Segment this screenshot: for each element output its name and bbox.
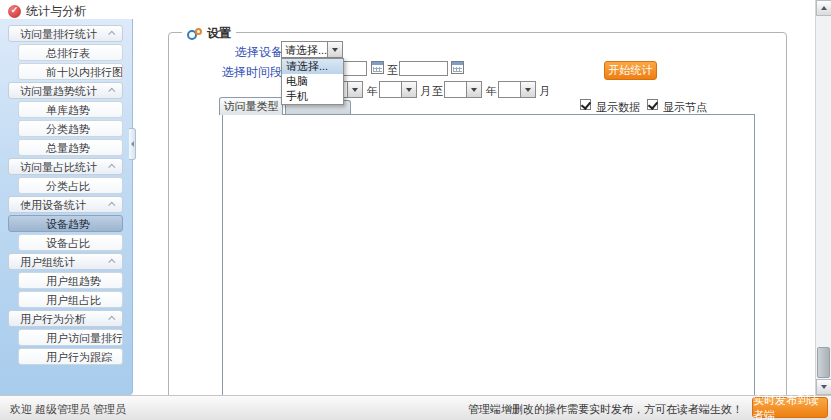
- combo-dropdown-button[interactable]: [327, 42, 342, 57]
- sidebar-group-device-stats[interactable]: 使用设备统计: [8, 196, 123, 213]
- module-title: 统计与分析: [26, 3, 86, 20]
- item-label: 总排行表: [46, 45, 90, 61]
- device-select-combobox[interactable]: 请选择...: [281, 41, 343, 58]
- item-label: 分类趋势: [46, 121, 90, 137]
- combo-dropdown-button[interactable]: [466, 82, 481, 97]
- sidebar-item-user-visit-ranking[interactable]: 用户访问量排行: [18, 329, 123, 346]
- item-label: 用户组占比: [46, 292, 101, 308]
- sidebar: 访问量排行统计 总排行表 前十以内排行图 访问量趋势统计 单库趋势 分类趋势 总…: [0, 19, 133, 395]
- end-year-value: [445, 82, 466, 97]
- end-month-value: [499, 82, 520, 97]
- device-dropdown-popup: 请选择... 电脑 手机: [281, 58, 344, 105]
- chevron-up-icon: [108, 202, 115, 209]
- group-label: 访问量占比统计: [20, 159, 97, 175]
- month-label: 月: [539, 84, 550, 99]
- tab-visit-type[interactable]: 访问量类型: [219, 97, 283, 115]
- chevron-down-icon: [352, 88, 358, 92]
- group-label: 访问量趋势统计: [20, 83, 97, 99]
- calendar-icon[interactable]: [451, 61, 464, 74]
- publish-notice-text: 管理端增删改的操作需要实时发布，方可在读者端生效！: [468, 402, 743, 417]
- month-label: 月: [420, 84, 431, 99]
- show-node-label: 显示节点: [663, 100, 707, 115]
- chart-panel: [222, 114, 755, 406]
- sidebar-item-category-share[interactable]: 分类占比: [18, 177, 123, 194]
- item-label: 设备趋势: [46, 216, 90, 232]
- show-data-label: 显示数据: [596, 100, 640, 115]
- item-label: 总量趋势: [46, 140, 90, 156]
- sidebar-nav: 访问量排行统计 总排行表 前十以内排行图 访问量趋势统计 单库趋势 分类趋势 总…: [0, 25, 132, 367]
- chevron-up-icon: [108, 31, 115, 38]
- chevron-up-icon: [108, 316, 115, 323]
- date-to-label: 至: [387, 63, 398, 78]
- arrow-down-icon: [821, 385, 827, 389]
- device-select-value: 请选择...: [282, 42, 327, 57]
- sidebar-item-single-db-trend[interactable]: 单库趋势: [18, 101, 123, 118]
- item-label: 设备占比: [46, 235, 90, 251]
- sidebar-item-total-trend[interactable]: 总量趋势: [18, 139, 123, 156]
- chevron-down-icon: [471, 88, 477, 92]
- sidebar-collapse-handle[interactable]: [129, 128, 136, 160]
- module-header: 统计与分析: [8, 3, 86, 19]
- end-year-combobox[interactable]: [444, 81, 482, 98]
- start-statistics-button[interactable]: 开始统计: [604, 61, 657, 80]
- sidebar-item-device-share[interactable]: 设备占比: [18, 234, 123, 251]
- show-data-checkbox[interactable]: [580, 99, 591, 110]
- chevron-up-icon: [108, 88, 115, 95]
- item-label: 单库趋势: [46, 102, 90, 118]
- chevron-down-icon: [406, 88, 412, 92]
- chevron-down-icon: [525, 88, 531, 92]
- settings-panel-title: 设置: [182, 25, 236, 42]
- gear-icon: [187, 28, 202, 40]
- chevron-up-icon: [108, 259, 115, 266]
- item-label: 用户访问量排行: [46, 330, 123, 346]
- arrow-up-icon: [821, 6, 827, 10]
- sidebar-item-top10-ranking-chart[interactable]: 前十以内排行图: [18, 63, 123, 80]
- sidebar-item-overall-ranking-table[interactable]: 总排行表: [18, 44, 123, 61]
- combo-dropdown-button[interactable]: [401, 82, 416, 97]
- sidebar-group-visit-trend-stats[interactable]: 访问量趋势统计: [8, 82, 123, 99]
- sidebar-item-user-group-share[interactable]: 用户组占比: [18, 291, 123, 308]
- scroll-up-button[interactable]: [816, 0, 831, 16]
- sidebar-group-user-group-stats[interactable]: 用户组统计: [8, 253, 123, 270]
- end-month-combobox[interactable]: [498, 81, 536, 98]
- scrollbar-thumb[interactable]: [817, 347, 830, 378]
- dropdown-option-mobile[interactable]: 手机: [282, 89, 343, 104]
- settings-title-text: 设置: [207, 25, 231, 42]
- chevron-down-icon: [332, 48, 338, 52]
- item-label: 用户行为跟踪: [46, 349, 112, 365]
- start-month-combobox[interactable]: [379, 81, 417, 98]
- publish-to-reader-button[interactable]: 实时发布到读者端: [752, 397, 828, 418]
- sidebar-item-user-behavior-tracking[interactable]: 用户行为跟踪: [18, 348, 123, 365]
- sidebar-item-device-trend[interactable]: 设备趋势: [8, 215, 123, 232]
- year-label: 年: [486, 84, 497, 99]
- sidebar-item-user-group-trend[interactable]: 用户组趋势: [18, 272, 123, 289]
- dropdown-option-computer[interactable]: 电脑: [282, 74, 343, 89]
- calendar-icon[interactable]: [371, 61, 384, 74]
- item-label: 分类占比: [46, 178, 90, 194]
- group-label: 用户组统计: [20, 254, 75, 270]
- item-label: 用户组趋势: [46, 273, 101, 289]
- welcome-text: 欢迎 超级管理员 管理员: [10, 402, 126, 417]
- group-label: 使用设备统计: [20, 197, 86, 213]
- status-bar: 欢迎 超级管理员 管理员 管理端增删改的操作需要实时发布，方可在读者端生效！: [0, 395, 831, 420]
- sidebar-group-visit-ranking-stats[interactable]: 访问量排行统计: [8, 25, 123, 42]
- group-label: 用户行为分析: [20, 311, 86, 327]
- item-label: 前十以内排行图: [46, 64, 123, 80]
- module-check-icon: [8, 5, 21, 18]
- month-to-label: 至: [432, 84, 443, 99]
- app-window: 统计与分析 访问量排行统计 总排行表 前十以内排行图 访问量趋势统计 单库趋势 …: [0, 0, 831, 420]
- group-label: 访问量排行统计: [20, 26, 97, 42]
- dropdown-option-please-select[interactable]: 请选择...: [282, 59, 343, 74]
- sidebar-item-category-trend[interactable]: 分类趋势: [18, 120, 123, 137]
- sidebar-group-visit-share-stats[interactable]: 访问量占比统计: [8, 158, 123, 175]
- year-label: 年: [367, 84, 378, 99]
- combo-dropdown-button[interactable]: [520, 82, 535, 97]
- end-date-input[interactable]: [399, 61, 448, 76]
- combo-dropdown-button[interactable]: [347, 82, 362, 97]
- start-month-value: [380, 82, 401, 97]
- vertical-scrollbar[interactable]: [815, 0, 831, 395]
- sidebar-group-user-behavior-analysis[interactable]: 用户行为分析: [8, 310, 123, 327]
- chevron-up-icon: [108, 164, 115, 171]
- show-node-checkbox[interactable]: [647, 99, 658, 110]
